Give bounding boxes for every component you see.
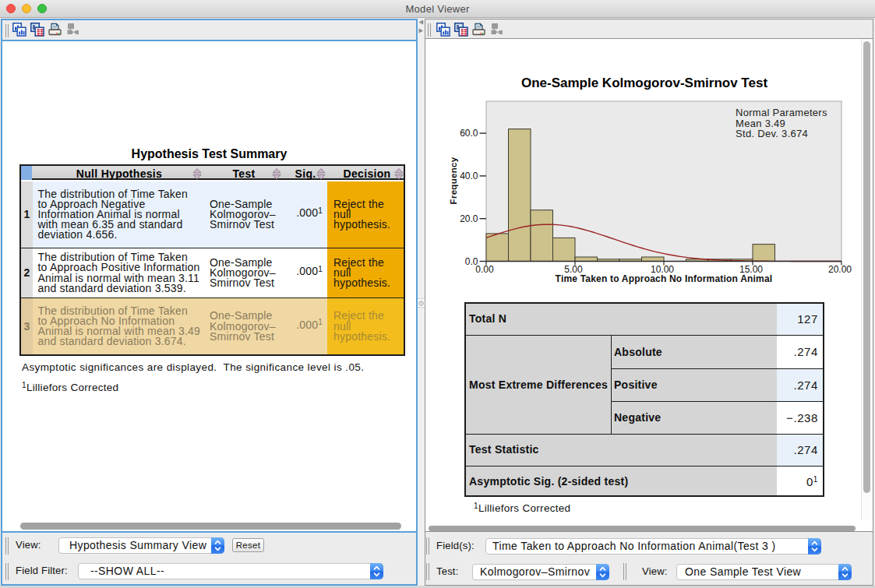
svg-text:Std. Dev. 3.674: Std. Dev. 3.674 [736,128,808,139]
svg-text:40.0: 40.0 [460,171,478,181]
svg-text:Frequency: Frequency [449,157,458,204]
svg-text:One-Sample Kolmogorov-Smirnov: One-Sample Kolmogorov-Smirnov Test [521,76,767,90]
svg-text:20.00: 20.00 [828,264,852,275]
svg-text:20.0: 20.0 [460,213,478,224]
svg-text:60.0: 60.0 [460,128,478,139]
svg-text:Time Taken to Approach No Info: Time Taken to Approach No Information An… [556,273,773,284]
svg-text:0.0: 0.0 [465,256,478,267]
svg-text:0.00: 0.00 [475,264,494,275]
